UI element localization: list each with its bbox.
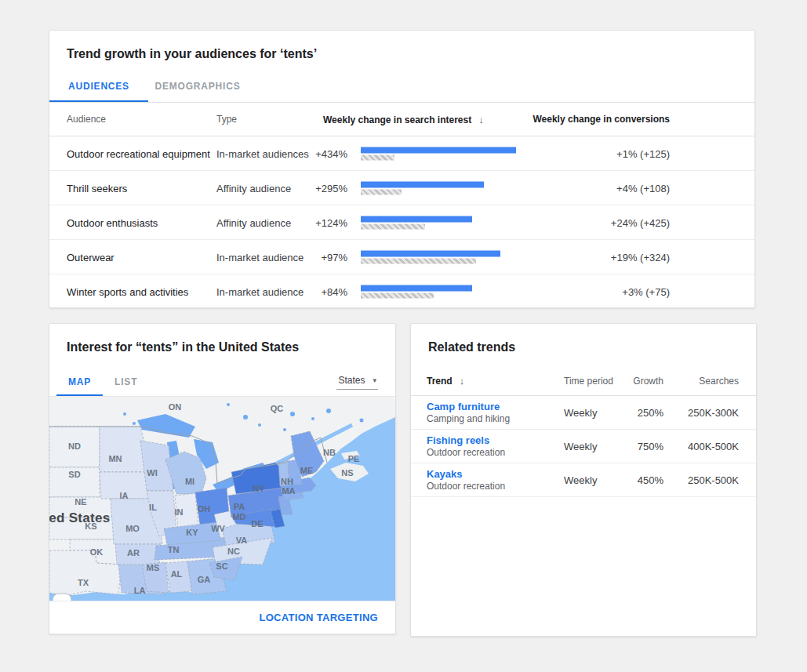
audience-table-row: Thrill seekers Affinity audience +295% +… bbox=[49, 171, 754, 205]
state-label-ok: OK bbox=[90, 547, 104, 557]
state-label-sd: SD bbox=[68, 470, 80, 479]
search-interest-change: +124% bbox=[285, 216, 347, 228]
state-label-nc: NC bbox=[227, 547, 240, 556]
map-zoom-control bbox=[53, 594, 71, 601]
column-header-search-interest-label: Weekly change in search interest bbox=[323, 114, 471, 125]
related-trends-title: Related trends bbox=[411, 324, 756, 355]
state-label-pe: PE bbox=[348, 454, 360, 463]
audience-name: Winter sports and activities bbox=[67, 286, 188, 298]
state-label-ns: NS bbox=[341, 468, 353, 478]
state-label-ne: NE bbox=[75, 497, 86, 507]
related-trend-row: Kayaks Outdoor recreation Weekly 450% 25… bbox=[411, 463, 756, 497]
current-interest-bar bbox=[361, 181, 484, 187]
state-label-pa: PA bbox=[234, 502, 245, 511]
audience-name: Outdoor enthusiasts bbox=[67, 216, 158, 228]
trend-link[interactable]: Kayaks bbox=[427, 468, 463, 480]
audiences-table-body: Outdoor recreational equipment In-market… bbox=[49, 136, 754, 309]
location-targeting-link[interactable]: LOCATION TARGETING bbox=[259, 612, 378, 623]
search-interest-change: +434% bbox=[285, 147, 347, 159]
column-header-trend-label: Trend bbox=[427, 376, 453, 387]
column-header-conversions: Weekly change in conversions bbox=[520, 114, 670, 125]
audience-table-row: Outdoor recreational equipment In-market… bbox=[49, 136, 754, 171]
region-granularity-value: States bbox=[338, 375, 365, 386]
column-header-trend[interactable]: Trend↓ bbox=[427, 375, 464, 387]
state-label-ga: GA bbox=[198, 575, 211, 584]
region-granularity-select[interactable]: States ▾ bbox=[336, 375, 378, 390]
related-trends-header: Trend↓ Time period Growth Searches bbox=[411, 355, 756, 396]
previous-interest-bar bbox=[361, 293, 434, 299]
us-interest-map[interactable]: ONQCNDMNSDWIMINBPEMENSNHNYMANEIAILINOHPA… bbox=[49, 397, 395, 601]
column-header-type: Type bbox=[216, 114, 237, 125]
state-label-la: LA bbox=[134, 586, 146, 595]
sort-descending-icon: ↓ bbox=[478, 114, 484, 125]
state-label-on: ON bbox=[169, 402, 182, 412]
dropdown-caret-icon: ▾ bbox=[373, 376, 376, 384]
conversions-change: +24% (+425) bbox=[520, 216, 670, 228]
state-label-mn: MN bbox=[108, 454, 122, 463]
previous-interest-bar bbox=[361, 154, 394, 160]
state-label-nh: NH bbox=[281, 477, 293, 486]
tab-list[interactable]: LIST bbox=[103, 369, 149, 396]
column-header-search-interest[interactable]: Weekly change in search interest↓ bbox=[323, 114, 484, 125]
state-label-de: DE bbox=[251, 519, 263, 529]
current-interest-bar bbox=[361, 250, 500, 256]
trend-growth: 750% bbox=[607, 441, 663, 452]
country-label: United States bbox=[49, 510, 111, 525]
trend-searches: 250K-500K bbox=[668, 474, 739, 486]
related-trend-row: Fishing reels Outdoor recreation Weekly … bbox=[411, 430, 756, 463]
state-label-wi: WI bbox=[147, 468, 157, 478]
map-card-footer: LOCATION TARGETING bbox=[49, 601, 395, 634]
current-interest-bar bbox=[361, 216, 472, 222]
current-interest-bar bbox=[361, 147, 516, 153]
current-interest-bar bbox=[361, 285, 472, 292]
state-label-ma: MA bbox=[282, 486, 295, 496]
dashboard-page: Trend growth in your audiences for ‘tent… bbox=[0, 0, 807, 672]
trend-searches: 400K-500K bbox=[668, 441, 739, 452]
column-header-growth: Growth bbox=[607, 376, 663, 387]
trend-link[interactable]: Camp furniture bbox=[427, 401, 500, 412]
state-label-sc: SC bbox=[216, 561, 227, 571]
trend-category: Outdoor recreation bbox=[427, 481, 505, 492]
state-label-nd: ND bbox=[68, 441, 81, 451]
trend-time-period: Weekly bbox=[564, 474, 597, 486]
tab-map[interactable]: MAP bbox=[56, 369, 103, 396]
map-card-title: Interest for “tents” in the United State… bbox=[49, 324, 395, 355]
state-label-mo: MO bbox=[125, 524, 140, 533]
previous-interest-bar bbox=[361, 223, 425, 229]
previous-interest-bar bbox=[361, 258, 476, 263]
state-label-nb: NB bbox=[323, 448, 336, 457]
state-label-tx: TX bbox=[78, 578, 89, 587]
related-trends-card: Related trends Trend↓ Time period Growth… bbox=[410, 323, 757, 637]
search-interest-change: +295% bbox=[285, 182, 347, 194]
column-header-time-period: Time period bbox=[564, 376, 613, 387]
conversions-change: +3% (+75) bbox=[520, 286, 670, 298]
interest-map-card: Interest for “tents” in the United State… bbox=[49, 323, 396, 634]
conversions-change: +4% (+108) bbox=[520, 182, 670, 194]
audiences-trend-card: Trend growth in your audiences for ‘tent… bbox=[49, 30, 755, 308]
state-label-ny: NY bbox=[253, 484, 265, 493]
tab-demographics[interactable]: DEMOGRAPHICS bbox=[148, 71, 247, 102]
trend-growth: 450% bbox=[607, 474, 663, 486]
state-label-md: MD bbox=[232, 512, 245, 521]
conversions-change: +19% (+324) bbox=[520, 251, 670, 263]
previous-interest-bar bbox=[361, 189, 402, 194]
state-label-al: AL bbox=[171, 569, 183, 579]
search-interest-change: +84% bbox=[285, 286, 347, 298]
state-label-mi: MI bbox=[185, 477, 194, 486]
search-interest-change: +97% bbox=[285, 251, 347, 263]
state-label-ky: KY bbox=[186, 528, 198, 537]
tab-audiences[interactable]: AUDIENCES bbox=[49, 71, 148, 102]
state-label-il: IL bbox=[149, 503, 157, 512]
related-trends-body: Camp furniture Camping and hiking Weekly… bbox=[411, 396, 756, 497]
audience-table-row: Outdoor enthusiasts Affinity audience +1… bbox=[49, 205, 754, 240]
state-label-qc: QC bbox=[271, 404, 284, 413]
state-label-in: IN bbox=[175, 507, 184, 517]
sort-descending-icon: ↓ bbox=[460, 375, 465, 387]
audience-name: Thrill seekers bbox=[67, 182, 127, 194]
trend-time-period: Weekly bbox=[564, 407, 597, 419]
trend-category: Camping and hiking bbox=[427, 413, 510, 424]
audience-type: Affinity audience bbox=[216, 216, 291, 228]
trend-searches: 250K-300K bbox=[668, 407, 739, 419]
trend-link[interactable]: Fishing reels bbox=[427, 434, 489, 446]
audiences-demographics-tabs: AUDIENCES DEMOGRAPHICS bbox=[49, 71, 754, 103]
